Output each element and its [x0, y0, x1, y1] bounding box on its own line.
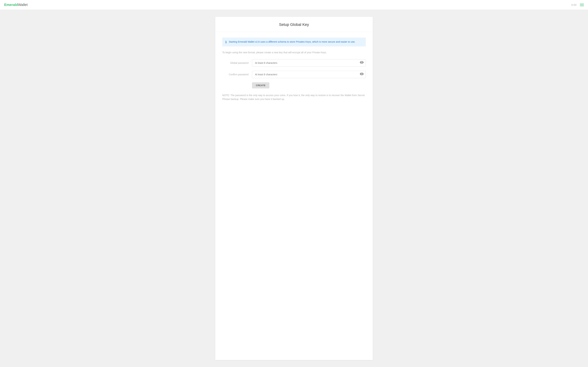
global-password-wrapper	[252, 59, 366, 67]
note-text: NOTE: The password is the only way to ac…	[222, 93, 366, 101]
button-row: CREATE	[222, 82, 366, 88]
hamburger-line-3	[580, 6, 584, 6]
header-right: 0.00	[571, 3, 584, 6]
hamburger-line-2	[580, 5, 584, 5]
header-balance: 0.00	[571, 3, 576, 6]
app-header: Emerald Wallet 0.00	[0, 0, 588, 10]
global-password-row: Global password	[222, 59, 366, 67]
menu-icon[interactable]	[580, 4, 584, 6]
info-box: ℹ Starting Emerald Wallet v2.6 uses a di…	[222, 38, 366, 47]
app-logo: Emerald Wallet	[4, 3, 28, 7]
card-header: Setup Global Key	[215, 17, 373, 32]
card-body: ℹ Starting Emerald Wallet v2.6 uses a di…	[215, 32, 373, 108]
confirm-password-wrapper	[252, 71, 366, 78]
page-title: Setup Global Key	[222, 22, 366, 27]
info-message: Starting Emerald Wallet v2.6 uses a diff…	[229, 40, 355, 44]
hamburger-line-1	[580, 4, 584, 4]
global-password-label: Global password	[222, 61, 249, 64]
info-icon: ℹ	[225, 40, 227, 44]
logo-emerald: Emerald	[4, 3, 18, 7]
confirm-password-label: Confirm password	[222, 73, 249, 76]
global-password-input[interactable]	[252, 59, 366, 67]
confirm-password-row: Confirm password	[222, 71, 366, 78]
create-button[interactable]: CREATE	[252, 82, 269, 88]
logo-wallet: Wallet	[18, 3, 28, 7]
description-text: To begin using the new format, please cr…	[222, 51, 366, 54]
main-content: Setup Global Key ℹ Starting Emerald Wall…	[0, 10, 588, 367]
confirm-password-input[interactable]	[252, 71, 366, 78]
toggle-confirm-password-visibility-icon[interactable]	[360, 73, 364, 76]
toggle-password-visibility-icon[interactable]	[360, 61, 364, 65]
setup-card: Setup Global Key ℹ Starting Emerald Wall…	[215, 17, 373, 360]
